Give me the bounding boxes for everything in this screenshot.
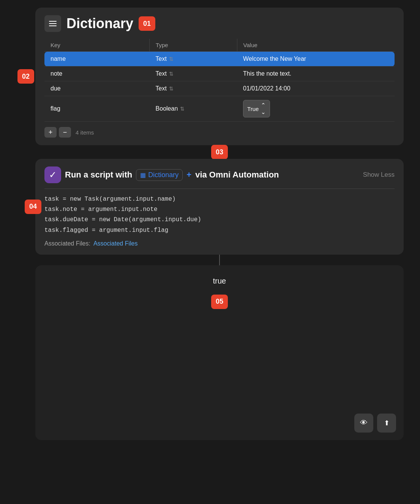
run-text: Run a script with <box>65 170 132 180</box>
eye-button[interactable]: 👁 <box>354 414 373 433</box>
divider <box>44 189 395 189</box>
cell-value: This the note text. <box>237 67 395 81</box>
add-row-button[interactable]: + <box>44 127 57 138</box>
badge-05-container: 05 <box>44 295 395 309</box>
code-block: task = new Task(argument.input.name)task… <box>44 194 395 236</box>
stepper-icon[interactable]: ⇅ <box>180 106 185 112</box>
assoc-files-label: Associated Files: <box>44 240 90 247</box>
table-row[interactable]: nameText⇅Welcome the New Year <box>44 52 395 67</box>
dict-tag-label: Dictionary <box>148 171 178 179</box>
cell-type: Text⇅ <box>150 67 237 81</box>
table-grid-icon: ▦ <box>140 171 146 179</box>
bottom-actions: 👁 ⬆ <box>354 414 396 433</box>
dictionary-table: Key Type Value nameText⇅Welcome the New … <box>44 39 395 122</box>
type-label: Text <box>156 85 167 92</box>
badge-05: 05 <box>211 295 228 309</box>
type-label: Text <box>156 70 167 77</box>
via-text: via Omni Automation <box>195 170 279 180</box>
cell-key: name <box>44 52 150 67</box>
col-header-type: Type <box>150 39 237 52</box>
cell-value: Welcome the New Year <box>237 52 395 67</box>
stepper-icon[interactable]: ⇅ <box>169 56 174 62</box>
dictionary-tag[interactable]: ▦ Dictionary <box>136 169 183 181</box>
type-label: Boolean <box>156 105 178 112</box>
bool-value: True <box>247 106 259 112</box>
table-row[interactable]: dueText⇅01/01/2022 14:00 <box>44 81 395 96</box>
dropdown-arrow: ⌃⌄ <box>261 102 266 116</box>
output-value: true <box>44 277 395 285</box>
col-header-key: Key <box>44 39 150 52</box>
badge-04-side: 04 <box>25 200 41 214</box>
badge-03: 03 <box>211 145 228 159</box>
cell-key: flag <box>44 96 150 122</box>
item-count: 4 items <box>76 129 94 136</box>
script-panel: ✓ Run a script with ▦ Dictionary + via O… <box>35 159 404 255</box>
assoc-files-link[interactable]: Associated Files <box>93 240 138 247</box>
connector-line-2 <box>219 255 220 265</box>
cell-type: Text⇅ <box>150 81 237 96</box>
panel-title: Dictionary <box>66 16 133 32</box>
code-line: task = new Task(argument.input.name) <box>44 194 395 204</box>
plus-sign: + <box>186 170 191 180</box>
show-less-button[interactable]: Show Less <box>363 171 395 179</box>
cell-key: due <box>44 81 150 96</box>
code-line: task.flagged = argument.input.flag <box>44 225 395 236</box>
cell-value: 01/01/2022 14:00 <box>237 81 395 96</box>
share-button[interactable]: ⬆ <box>377 414 396 433</box>
output-panel: true 05 👁 ⬆ <box>35 265 404 440</box>
table-row[interactable]: flagBoolean⇅True⌃⌄ <box>44 96 395 122</box>
cell-type: Boolean⇅ <box>150 96 237 122</box>
col-header-value: Value <box>237 39 395 52</box>
check-icon-box: ✓ <box>44 166 61 183</box>
badge-01: 01 <box>139 16 155 31</box>
stepper-icon[interactable]: ⇅ <box>169 71 174 77</box>
checkmark-icon: ✓ <box>49 170 57 180</box>
code-line: task.dueDate = new Date(argument.input.d… <box>44 215 395 225</box>
table-row[interactable]: noteText⇅This the note text. <box>44 67 395 81</box>
cell-value: True⌃⌄ <box>237 96 395 122</box>
eye-icon: 👁 <box>360 418 368 427</box>
cell-type: Text⇅ <box>150 52 237 67</box>
dictionary-editor-panel: Dictionary 01 Key Type Value nameText⇅We… <box>35 8 404 145</box>
type-label: Text <box>156 55 167 62</box>
share-icon: ⬆ <box>384 419 390 427</box>
bool-dropdown[interactable]: True⌃⌄ <box>243 100 270 117</box>
remove-row-button[interactable]: − <box>59 127 71 138</box>
hamburger-icon <box>49 21 57 26</box>
stepper-icon[interactable]: ⇅ <box>169 86 174 92</box>
cell-key: note <box>44 67 150 81</box>
badge-02: 02 <box>17 69 34 84</box>
menu-button[interactable] <box>44 15 61 32</box>
code-line: task.note = argument.input.note <box>44 204 395 215</box>
